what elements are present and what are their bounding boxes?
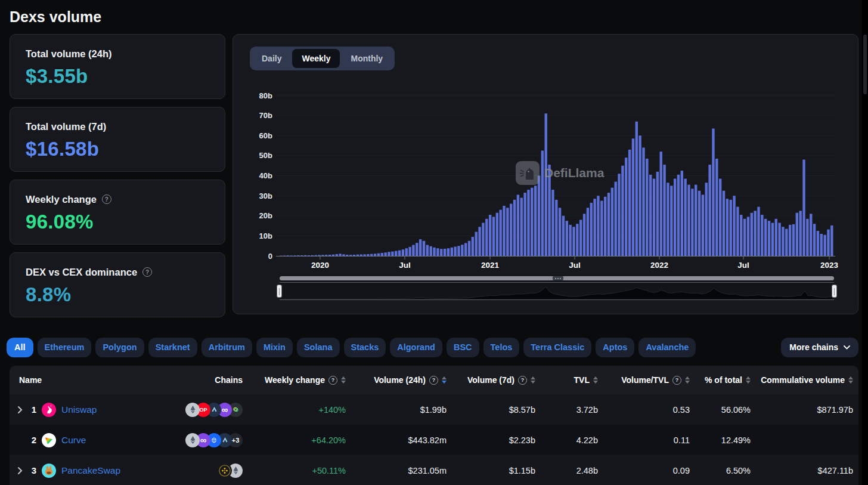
more-chains-button[interactable]: More chains [781,338,858,357]
pancakeswap-icon [42,464,56,478]
column-header[interactable]: Volume (24h)? [351,375,452,385]
weekly-change-cell: +50.11% [248,466,351,475]
svg-text:2021: 2021 [481,261,500,270]
rank: 3 [29,465,36,475]
stat-card: DEX vs CEX dominance?8.8% [10,252,225,317]
sort-icon[interactable] [341,376,346,384]
chain-filter-row: AllEthereumPolygonStarknetArbitrumMixinS… [7,338,858,357]
column-header[interactable]: Volume (7d)? [452,375,541,385]
svg-text:0: 0 [268,252,272,261]
table-row: 3PancakeSwap+50.11%$231.05m$1.15b2.48b0.… [10,455,858,485]
chain-pill-ethereum[interactable]: Ethereum [38,338,92,357]
volume-24h-cell: $1.99b [351,405,452,415]
protocol-link[interactable]: PancakeSwap [61,465,120,476]
help-icon[interactable]: ? [429,376,438,385]
column-header[interactable]: Volume/TVL? [603,375,695,385]
stats-column: Total volume (24h)$3.55bTotal volume (7d… [10,34,225,317]
chain-pill-bsc[interactable]: BSC [447,338,479,357]
chain-pill-arbitrum[interactable]: Arbitrum [202,338,252,357]
page: Dexs volume Total volume (24h)$3.55bTota… [0,0,868,485]
protocol-link[interactable]: Curve [61,435,86,446]
table-row: 2Curve∞+3+64.20%$443.82m$2.23b4.22b0.111… [10,425,858,455]
column-header[interactable]: TVL [541,375,603,385]
curve-icon [42,433,56,447]
stat-card: Total volume (24h)$3.55b [10,34,225,99]
page-scrollbar-thumb[interactable] [863,35,867,94]
table-row: 1UniswapOP∞+140%$1.99b$8.57b3.72b0.5356.… [10,394,858,425]
page-scrollbar[interactable] [862,0,868,485]
volume-24h-cell: $231.05m [351,466,452,475]
column-header[interactable]: Commulative volume [756,375,858,385]
pct-of-total-cell: 56.06% [695,405,756,415]
svg-text:60b: 60b [259,131,272,140]
sort-icon[interactable] [531,376,535,384]
weekly-change-cell: +140% [248,405,351,415]
chain-pill-telos[interactable]: Telos [483,338,520,357]
page-title: Dexs volume [10,8,858,26]
chains-cell [165,464,248,478]
sort-icon[interactable] [593,376,598,384]
chain-pill-aptos[interactable]: Aptos [596,338,634,357]
protocol-link[interactable]: Uniswap [61,404,97,415]
brush-handle-right[interactable] [832,285,837,298]
volume-7d-cell: $8.57b [452,405,541,415]
rank: 2 [29,435,36,445]
brush-handle-left[interactable] [277,285,282,298]
stat-value: $3.55b [26,65,209,88]
svg-text:Jul: Jul [399,261,411,270]
chains-cell: ∞+3 [165,433,248,447]
chain-pill-algorand[interactable]: Algorand [390,338,442,357]
column-header[interactable]: Name [10,375,165,385]
stat-value: $16.58b [26,138,209,160]
table-header: NameChainsWeekly change?Volume (24h)?Vol… [10,366,858,394]
chain-pill-stacks[interactable]: Stacks [344,338,386,357]
svg-text:2023: 2023 [820,261,839,270]
chain-pill-solana[interactable]: Solana [297,338,340,357]
stat-value: 96.08% [26,211,209,233]
svg-text:Jul: Jul [737,261,749,270]
column-header[interactable]: Weekly change? [248,375,351,385]
chain-pill-all[interactable]: All [7,338,33,357]
svg-text:2022: 2022 [650,261,668,270]
cumulative-volume-cell: $871.97b [756,405,858,415]
volume-tvl-cell: 0.09 [603,466,695,475]
scrollbar-grip[interactable] [553,276,563,280]
stat-label: DEX vs CEX dominance [26,267,137,278]
svg-text:Jul: Jul [569,261,581,270]
svg-text:10b: 10b [259,231,272,240]
sort-icon[interactable] [746,376,751,384]
volume-tvl-cell: 0.53 [603,405,695,415]
expand-chevron-icon[interactable] [17,467,23,475]
expand-chevron-icon[interactable] [17,406,23,414]
help-icon[interactable]: ? [672,376,681,385]
sort-icon[interactable] [442,376,447,384]
chain-pill-terra-classic[interactable]: Terra Classic [523,338,591,357]
stat-value: 8.8% [26,283,209,306]
volume-7d-cell: $1.15b [452,466,541,475]
bsc-icon [218,464,232,478]
column-header[interactable]: Chains [165,375,248,385]
ethereum-icon [185,433,200,447]
help-icon[interactable]: ? [102,194,111,204]
uniswap-icon [42,403,56,417]
svg-text:40b: 40b [259,171,272,180]
help-icon[interactable]: ? [328,376,337,385]
chain-pill-avalanche[interactable]: Avalanche [638,338,696,357]
chain-pill-starknet[interactable]: Starknet [148,338,197,357]
range-brush[interactable] [280,282,834,300]
chain-pill-polygon[interactable]: Polygon [95,338,144,357]
volume-7d-cell: $2.23b [452,435,541,445]
column-header[interactable]: % of total [695,375,756,385]
sort-icon[interactable] [685,376,690,384]
more-chains-label: More chains [789,338,838,357]
chart-scrollbar[interactable] [280,276,834,280]
help-icon[interactable]: ? [518,376,527,385]
cumulative-volume-cell: $427.11b [756,466,858,475]
chain-pill-mixin[interactable]: Mixin [256,338,293,357]
volume-bar-chart[interactable]: 010b20b30b40b50b60b70b80b2020Jul2021Jul2… [233,35,858,314]
help-icon[interactable]: ? [142,267,152,277]
tvl-cell: 4.22b [541,435,603,445]
svg-text:20b: 20b [259,211,272,220]
sort-icon[interactable] [848,376,853,384]
svg-text:70b: 70b [259,111,272,120]
